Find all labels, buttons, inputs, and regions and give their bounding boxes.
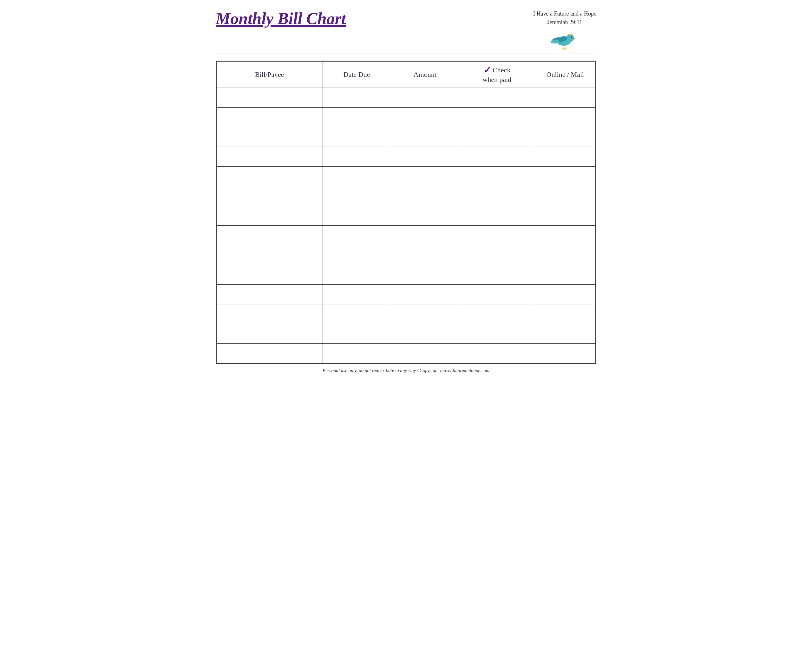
table-cell	[459, 245, 535, 265]
table-cell	[323, 127, 391, 147]
table-cell	[217, 127, 323, 147]
table-row	[217, 108, 596, 127]
table-header-row: Bill/Payee Date Due Amount ✓ Check	[217, 61, 596, 88]
table-cell	[535, 108, 595, 127]
table-cell	[391, 285, 459, 304]
table-cell	[217, 344, 323, 363]
table-cell	[535, 186, 595, 206]
table-cell	[217, 304, 323, 324]
table-cell	[391, 344, 459, 363]
table-cell	[391, 167, 459, 186]
table-cell	[323, 285, 391, 304]
table-row	[217, 147, 596, 167]
table-cell	[535, 344, 595, 363]
footer-text: Personal use only, do not redistribute i…	[216, 368, 596, 373]
table-cell	[459, 186, 535, 206]
table-row	[217, 186, 596, 206]
table-cell	[459, 324, 535, 344]
table-row	[217, 226, 596, 245]
table-cell	[217, 245, 323, 265]
table-row	[217, 265, 596, 285]
table-cell	[323, 344, 391, 363]
table-cell	[459, 344, 535, 363]
table-cell	[323, 147, 391, 167]
table-cell	[323, 324, 391, 344]
table-cell	[391, 127, 459, 147]
table-cell	[535, 167, 595, 186]
table-body	[217, 88, 596, 363]
table-cell	[323, 265, 391, 285]
table-cell	[391, 108, 459, 127]
table-cell	[459, 226, 535, 245]
table-cell	[217, 226, 323, 245]
table-row	[217, 285, 596, 304]
table-cell	[535, 265, 595, 285]
table-cell	[217, 206, 323, 226]
table-cell	[217, 324, 323, 344]
svg-point-18	[568, 34, 569, 35]
header: Monthly Bill Chart I Have a Future and a…	[216, 9, 596, 54]
table-cell	[535, 206, 595, 226]
col-header-amount: Amount	[391, 61, 459, 88]
table-cell	[391, 265, 459, 285]
table-cell	[217, 167, 323, 186]
table-cell	[323, 88, 391, 108]
table-cell	[217, 88, 323, 108]
table-cell	[391, 88, 459, 108]
table-cell	[459, 147, 535, 167]
table-cell	[391, 206, 459, 226]
table-cell	[535, 245, 595, 265]
table-cell	[459, 88, 535, 108]
table-cell	[459, 285, 535, 304]
table-cell	[323, 167, 391, 186]
table-cell	[535, 324, 595, 344]
table-cell	[323, 108, 391, 127]
bird-decoration	[551, 28, 579, 50]
table-cell	[459, 265, 535, 285]
table-cell	[459, 206, 535, 226]
col-header-online-mail: Online / Mail	[535, 61, 595, 88]
table-cell	[391, 226, 459, 245]
table-cell	[535, 226, 595, 245]
bill-table: Bill/Payee Date Due Amount ✓ Check	[216, 61, 596, 363]
page: Monthly Bill Chart I Have a Future and a…	[203, 0, 609, 379]
col-header-bill-payee: Bill/Payee	[217, 61, 323, 88]
table-cell	[459, 108, 535, 127]
table-row	[217, 88, 596, 108]
table-cell	[323, 304, 391, 324]
table-cell	[391, 186, 459, 206]
table-cell	[217, 265, 323, 285]
table-cell	[217, 285, 323, 304]
scripture-text: I Have a Future and a Hope Jeremiah 29:1…	[533, 9, 596, 27]
table-row	[217, 245, 596, 265]
table-cell	[391, 245, 459, 265]
header-right: I Have a Future and a Hope Jeremiah 29:1…	[533, 9, 596, 50]
table-cell	[535, 88, 595, 108]
bill-table-container: Bill/Payee Date Due Amount ✓ Check	[216, 61, 596, 364]
table-row	[217, 167, 596, 186]
page-title: Monthly Bill Chart	[216, 9, 346, 28]
table-cell	[391, 147, 459, 167]
table-row	[217, 304, 596, 324]
col-header-check-when-paid: ✓ Check when paid	[459, 61, 535, 88]
table-cell	[535, 304, 595, 324]
table-cell	[323, 245, 391, 265]
table-cell	[323, 206, 391, 226]
svg-point-2	[571, 37, 572, 38]
table-cell	[459, 127, 535, 147]
table-cell	[535, 147, 595, 167]
table-cell	[217, 147, 323, 167]
table-row	[217, 324, 596, 344]
table-cell	[217, 108, 323, 127]
svg-point-3	[572, 37, 572, 37]
table-cell	[535, 127, 595, 147]
checkmark-icon: ✓	[483, 66, 491, 75]
svg-marker-4	[574, 38, 576, 39]
col-header-date-due: Date Due	[323, 61, 391, 88]
svg-line-12	[565, 45, 566, 48]
table-row	[217, 344, 596, 363]
bird-icon	[551, 28, 579, 50]
table-cell	[535, 285, 595, 304]
table-cell	[323, 226, 391, 245]
table-cell	[459, 167, 535, 186]
